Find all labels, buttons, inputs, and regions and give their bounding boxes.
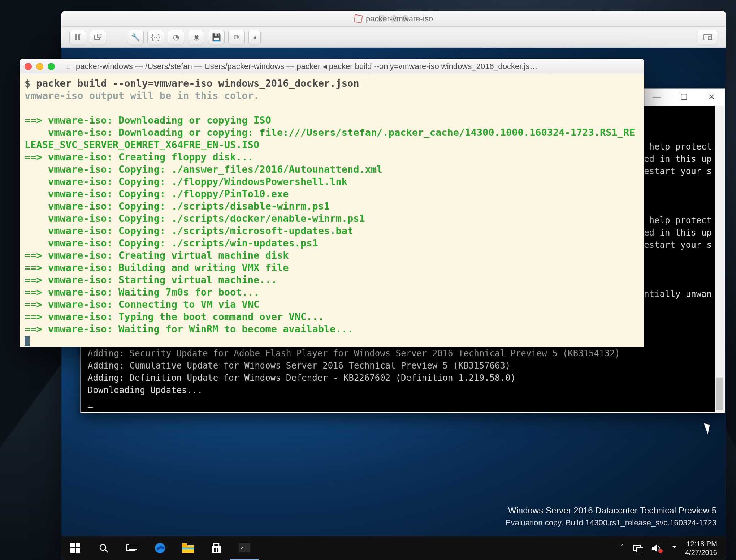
volume-icon[interactable] xyxy=(652,544,661,552)
svg-line-11 xyxy=(105,550,108,552)
terminal-window: ⌂ packer-windows — /Users/stefan — Users… xyxy=(20,59,644,347)
svg-marker-27 xyxy=(652,544,657,552)
window-traffic-lights xyxy=(25,63,55,70)
svg-rect-13 xyxy=(129,544,137,550)
guest-mouse-cursor xyxy=(704,422,713,434)
svg-rect-19 xyxy=(214,548,216,550)
floppy-icon[interactable]: 💾 xyxy=(208,30,225,44)
svg-text:>_: >_ xyxy=(241,545,247,551)
pause-vm-button[interactable] xyxy=(69,30,86,44)
svg-rect-17 xyxy=(182,547,194,549)
brackets-icon[interactable]: {··} xyxy=(147,30,164,44)
svg-rect-18 xyxy=(212,546,221,553)
svg-rect-5 xyxy=(708,37,711,40)
svg-rect-9 xyxy=(76,548,80,553)
chevron-left-icon[interactable]: ◂ xyxy=(248,30,261,44)
cmd-scrollbar[interactable] xyxy=(715,106,724,412)
taskbar-clock[interactable]: 12:18 PM 4/27/2016 xyxy=(679,539,724,557)
vmware-titlebar[interactable]: packer-vmware-iso xyxy=(61,11,726,27)
terminal-output[interactable]: $ packer build --only=vmware-iso windows… xyxy=(20,74,644,347)
snapshot-button[interactable] xyxy=(90,30,106,44)
clock-date: 4/27/2016 xyxy=(685,548,717,557)
svg-rect-16 xyxy=(182,543,187,547)
disk-icon[interactable]: ◔ xyxy=(168,30,184,44)
system-tray: ˄ 12:18 PM 4/27/2016 xyxy=(620,539,726,557)
watermark-line2: Evaluation copy. Build 14300.rs1_release… xyxy=(506,517,716,529)
svg-rect-20 xyxy=(217,548,218,550)
close-button[interactable] xyxy=(25,63,32,70)
windows-watermark: Windows Server 2016 Datacenter Technical… xyxy=(506,504,716,529)
minimize-icon[interactable]: — xyxy=(643,89,670,106)
svg-rect-0 xyxy=(75,34,77,40)
optical-drive-icon[interactable]: ◉ xyxy=(188,30,204,44)
macos-desktop: packer-vmware-iso 🔧 {··} ◔ ◉ 💾 ⟳ ◂ xyxy=(0,0,736,560)
tray-chevron-up-icon[interactable]: ˄ xyxy=(620,543,624,553)
close-icon[interactable]: ✕ xyxy=(698,89,725,106)
search-icon[interactable] xyxy=(90,536,118,560)
home-icon: ⌂ xyxy=(66,62,71,70)
network-icon[interactable] xyxy=(633,544,643,552)
svg-point-10 xyxy=(100,544,106,550)
windows-taskbar[interactable]: >_ ˄ 12:18 PM 4/27/2016 xyxy=(61,536,726,560)
terminal-title: packer-windows — /Users/stefan — Users/p… xyxy=(76,62,639,71)
store-icon[interactable] xyxy=(202,536,230,560)
maximize-icon[interactable]: ☐ xyxy=(671,89,697,106)
edge-browser-icon[interactable] xyxy=(146,536,174,560)
minimize-button[interactable] xyxy=(36,63,43,70)
terminal-titlebar[interactable]: ⌂ packer-windows — /Users/stefan — Users… xyxy=(20,59,644,74)
zoom-button[interactable] xyxy=(48,63,55,70)
svg-rect-8 xyxy=(70,548,75,553)
watermark-line1: Windows Server 2016 Datacenter Technical… xyxy=(506,504,716,517)
svg-rect-21 xyxy=(214,550,216,552)
svg-rect-6 xyxy=(70,543,75,547)
window-title: packer-vmware-iso xyxy=(366,14,433,23)
sync-icon[interactable]: ⟳ xyxy=(228,30,245,44)
vmware-toolbar: 🔧 {··} ◔ ◉ 💾 ⟳ ◂ xyxy=(61,27,726,48)
scrollbar-thumb[interactable] xyxy=(716,378,723,410)
vmware-cube-icon xyxy=(354,14,363,23)
file-explorer-icon[interactable] xyxy=(174,536,202,560)
task-view-icon[interactable] xyxy=(118,536,146,560)
start-button[interactable] xyxy=(61,536,90,560)
settings-icon[interactable]: 🔧 xyxy=(127,30,144,44)
fullscreen-button[interactable] xyxy=(698,30,718,44)
clock-time: 12:18 PM xyxy=(685,539,717,548)
svg-rect-7 xyxy=(76,543,80,547)
svg-rect-26 xyxy=(637,547,643,552)
cmd-taskbar-icon[interactable]: >_ xyxy=(230,536,259,560)
svg-rect-3 xyxy=(98,34,101,38)
svg-rect-22 xyxy=(217,550,218,552)
svg-rect-1 xyxy=(78,34,80,40)
